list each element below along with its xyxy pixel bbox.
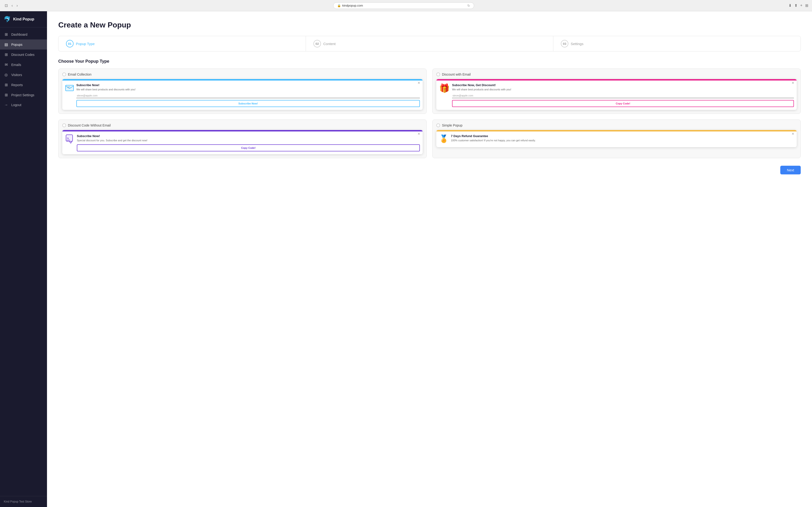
lock-icon: 🔒 (337, 4, 341, 7)
popup-type-card-discount-email[interactable]: Discount with Email 🎁 Subscribe Now, Get… (432, 68, 801, 114)
sidebar-item-label: Logout (11, 103, 21, 107)
close-icon-discount-no-email[interactable]: ✕ (417, 132, 420, 136)
forward-button[interactable]: › (15, 3, 18, 9)
sidebar-item-reports[interactable]: ⊞ Reports (0, 80, 47, 90)
mini-popup-btn-email[interactable]: Subscribe Now! (77, 100, 420, 107)
mini-popup-title-discount-email: Subscribe Now, Get Discount! (452, 83, 794, 87)
popup-type-card-email-collection[interactable]: Email Collection (58, 68, 427, 114)
visitors-icon: ◎ (4, 72, 8, 77)
sidebar-item-visitors[interactable]: ◎ Visitors (0, 70, 47, 80)
mini-popup-desc-discount-no-email: Special discount for you. Subscribe and … (77, 139, 420, 142)
guarantee-icon: 🏅 (439, 134, 449, 143)
mini-popup-desc-email: We will share best products and discount… (77, 88, 420, 91)
discount-icon: ⊞ (4, 52, 8, 57)
sidebar-item-dashboard[interactable]: ⊞ Dashboard (0, 30, 47, 40)
svg-text:OFF: OFF (67, 139, 70, 141)
share-icon[interactable]: ⬆ (794, 3, 798, 8)
mini-popup-title-simple: 7 Days Refund Guarantee (451, 134, 794, 138)
svg-text:%: % (67, 137, 69, 139)
step-content[interactable]: 02 Content (306, 36, 553, 51)
radio-discount-no-email[interactable] (62, 123, 66, 127)
popups-icon: ▤ (4, 42, 8, 47)
download-icon[interactable]: ⬇ (789, 3, 792, 8)
back-button[interactable]: ‹ (11, 3, 14, 9)
sidebar-footer: Kind Popup Test Store (0, 496, 47, 507)
popup-type-header-discount-no-email: Discount Code Without Email (62, 123, 423, 127)
step-1-number: 01 (66, 40, 73, 47)
sidebar-item-label: Popups (11, 43, 22, 47)
step-3-number: 03 (561, 40, 568, 47)
logout-icon: → (4, 103, 8, 107)
sidebar-item-label: Discount Codes (11, 53, 35, 57)
browser-chrome: ⊡ ‹ › 🔒 kindpopup.com ↻ ⬇ ⬆ + ⊞ (0, 0, 812, 11)
project-settings-icon: ⊞ (4, 93, 8, 97)
popup-type-card-discount-no-email[interactable]: Discount Code Without Email % OFF (58, 119, 427, 158)
logo-icon: 🐬 (4, 16, 11, 22)
popup-type-name-discount-no-email: Discount Code Without Email (68, 123, 111, 127)
popup-type-grid: Email Collection (58, 68, 801, 158)
popup-type-name-email: Email Collection (68, 72, 91, 76)
close-icon-email[interactable]: ✕ (417, 81, 420, 85)
browser-actions: ⬇ ⬆ + ⊞ (789, 3, 808, 8)
section-title: Choose Your Popup Type (58, 59, 801, 64)
step-3-label: Settings (571, 42, 583, 46)
popup-type-card-simple[interactable]: Simple Popup 🏅 7 Days Refund Guarantee 1… (432, 119, 801, 158)
popup-type-header-email: Email Collection (62, 72, 423, 76)
sidebar-item-discount-codes[interactable]: ⊞ Discount Codes (0, 50, 47, 60)
mini-popup-email: Subscribe Now! We will share best produc… (62, 79, 423, 110)
mini-popup-content-simple: 7 Days Refund Guarantee 100% customer sa… (451, 134, 794, 144)
popup-type-header-discount-email: Discount with Email (436, 72, 797, 76)
mini-popup-title-discount-no-email: Subscribe Now! (77, 134, 420, 138)
sidebar-item-label: Visitors (11, 73, 22, 77)
store-name: Kind Popup Test Store (4, 500, 32, 503)
mini-popup-btn-discount-no-email[interactable]: Copy Code! (77, 144, 420, 151)
svg-rect-0 (65, 85, 73, 91)
close-icon-discount-email[interactable]: ✕ (792, 81, 794, 85)
svg-rect-2 (67, 87, 70, 87)
emails-icon: ✉ (4, 62, 8, 67)
step-1-label: Popup Type (76, 42, 95, 46)
mini-popup-input-email[interactable] (77, 93, 420, 98)
discount-tag-icon: % OFF (65, 134, 74, 145)
grid-icon[interactable]: ⊞ (805, 3, 808, 8)
mini-popup-body-simple: 🏅 7 Days Refund Guarantee 100% customer … (436, 131, 797, 147)
radio-discount-email[interactable] (436, 72, 440, 76)
close-icon-simple[interactable]: ✕ (792, 132, 794, 136)
step-settings[interactable]: 03 Settings (553, 36, 801, 51)
envelope-icon (65, 83, 74, 94)
sidebar-item-popups[interactable]: ▤ Popups (0, 40, 47, 50)
new-tab-icon[interactable]: + (800, 3, 802, 8)
step-popup-type[interactable]: 01 Popup Type (58, 36, 306, 51)
next-button[interactable]: Next (780, 166, 801, 174)
step-2-number: 02 (313, 40, 321, 47)
mini-popup-content-discount-email: Subscribe Now, Get Discount! We will sha… (452, 83, 794, 107)
sidebar-item-emails[interactable]: ✉ Emails (0, 60, 47, 70)
mini-popup-simple: 🏅 7 Days Refund Guarantee 100% customer … (436, 130, 797, 147)
dashboard-icon: ⊞ (4, 32, 8, 37)
radio-email-collection[interactable] (62, 72, 66, 76)
mini-popup-btn-discount-email[interactable]: Copy Code! (452, 100, 794, 107)
sidebar-toggle-button[interactable]: ⊡ (4, 2, 9, 9)
mini-popup-body-discount-email: 🎁 Subscribe Now, Get Discount! We will s… (436, 80, 797, 110)
sidebar-item-label: Dashboard (11, 33, 28, 36)
sidebar-item-label: Reports (11, 83, 23, 87)
sidebar-logo: 🐬 Kind Popup (0, 11, 47, 27)
refresh-icon[interactable]: ↻ (467, 4, 470, 7)
mini-popup-input-discount-email[interactable] (452, 93, 794, 98)
step-2-label: Content (323, 42, 336, 46)
sidebar-item-logout[interactable]: → Logout (0, 100, 47, 110)
sidebar-item-project-settings[interactable]: ⊞ Project Settings (0, 90, 47, 100)
sidebar-nav: ⊞ Dashboard ▤ Popups ⊞ Discount Codes ✉ … (0, 27, 47, 496)
reports-icon: ⊞ (4, 82, 8, 87)
mini-popup-content-email: Subscribe Now! We will share best produc… (77, 83, 420, 107)
mini-popup-title-email: Subscribe Now! (77, 83, 420, 87)
popup-type-header-simple: Simple Popup (436, 123, 797, 127)
gift-icon: 🎁 (439, 83, 450, 93)
app-container: 🐬 Kind Popup ⊞ Dashboard ▤ Popups ⊞ Disc… (0, 11, 812, 507)
sidebar: 🐬 Kind Popup ⊞ Dashboard ▤ Popups ⊞ Disc… (0, 11, 47, 507)
popup-type-name-discount-email: Discount with Email (442, 72, 471, 76)
stepper: 01 Popup Type 02 Content 03 Settings (58, 36, 801, 51)
radio-simple-popup[interactable] (436, 123, 440, 127)
browser-controls: ⊡ ‹ › (4, 2, 19, 9)
address-bar[interactable]: 🔒 kindpopup.com ↻ (333, 2, 474, 9)
